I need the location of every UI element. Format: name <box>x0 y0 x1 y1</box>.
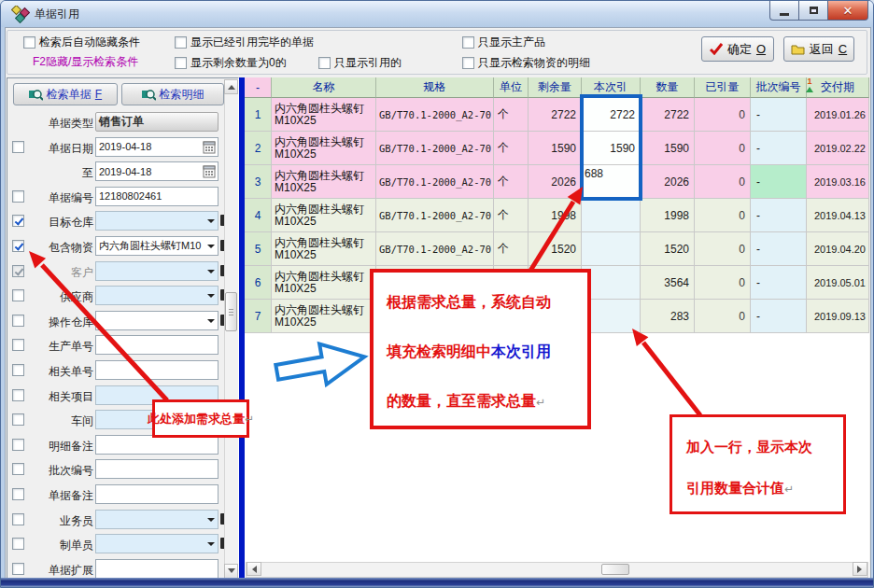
left-panel-scrollbar[interactable] <box>224 79 238 579</box>
cell-used[interactable]: 0 <box>695 266 751 300</box>
field-input[interactable]: 12180802461 <box>95 187 218 206</box>
titlebar[interactable]: 单据引用 ✕ <box>1 1 874 27</box>
cell-qty[interactable]: 2722 <box>641 98 695 132</box>
checkbox-show-referenced-only[interactable]: 只显示引用的 <box>318 56 402 70</box>
cell-spec[interactable]: GB/T70.1-2000_A2-70 <box>376 199 494 232</box>
cell-delivery[interactable]: 2019.04.13 <box>807 199 869 232</box>
minimize-button[interactable] <box>769 1 799 21</box>
field-combo[interactable]: 内六角圆柱头螺钉M10 <box>95 236 218 256</box>
cell-batch[interactable]: - <box>751 199 807 232</box>
scrollbar-thumb[interactable] <box>601 564 629 575</box>
cell-num[interactable]: 7 <box>245 300 272 333</box>
cell-remaining[interactable]: 1520 <box>529 232 582 266</box>
cell-used[interactable]: 0 <box>695 199 751 232</box>
cell-delivery[interactable]: 2019.01.26 <box>807 98 869 132</box>
cell-name[interactable]: 内六角圆柱头螺钉M10X25 <box>272 300 376 333</box>
cell-used[interactable]: 0 <box>695 132 751 165</box>
checkbox-show-fully-referenced[interactable]: 显示已经引用完毕的单据 <box>175 35 314 49</box>
dropdown-arrow-icon[interactable] <box>207 219 215 223</box>
field-combo[interactable] <box>95 534 218 553</box>
column-header-qty[interactable]: 数量 <box>641 77 695 98</box>
cell-qty[interactable]: 283 <box>641 300 695 333</box>
cell-name[interactable]: 内六角圆柱头螺钉M10X25 <box>272 98 376 132</box>
cell-unit[interactable]: 个 <box>494 165 529 199</box>
dropdown-arrow-icon[interactable] <box>207 518 215 522</box>
field-combo[interactable] <box>95 311 218 330</box>
cell-unit[interactable]: 个 <box>494 232 529 266</box>
cell-remaining[interactable]: 1590 <box>529 132 582 165</box>
close-button[interactable]: ✕ <box>827 1 868 21</box>
column-header-unit[interactable]: 单位 <box>494 77 529 98</box>
scroll-up-button[interactable] <box>224 79 238 94</box>
cell-num[interactable]: 4 <box>245 199 272 232</box>
dropdown-arrow-icon[interactable] <box>207 270 215 273</box>
cell-qty[interactable]: 1590 <box>641 132 695 165</box>
dropdown-arrow-icon[interactable] <box>207 294 215 298</box>
confirm-button[interactable]: 确定 O <box>701 36 774 62</box>
search-documents-button[interactable]: 检索单据 F <box>13 83 118 105</box>
cell-current[interactable] <box>582 232 641 266</box>
cell-name[interactable]: 内六角圆柱头螺钉M10X25 <box>272 165 376 199</box>
column-header-name[interactable]: 名称 <box>272 77 376 98</box>
cell-used[interactable]: 0 <box>695 232 751 266</box>
cell-num[interactable]: 3 <box>245 165 272 199</box>
column-header-spec[interactable]: 规格 <box>376 77 494 98</box>
maximize-button[interactable] <box>799 1 827 21</box>
cell-delivery[interactable]: 2019.09.13 <box>807 300 869 333</box>
cell-current[interactable] <box>582 199 641 232</box>
cell-used[interactable]: 0 <box>695 165 751 199</box>
column-header-used[interactable]: 已引量 <box>695 77 751 98</box>
cell-unit[interactable]: 个 <box>494 98 529 132</box>
checkbox-show-zero-remaining[interactable]: 显示剩余数量为0的 <box>175 56 287 70</box>
scrollbar-thumb[interactable] <box>225 292 237 331</box>
field-date-input[interactable]: 2019-04-18 <box>95 161 218 181</box>
cell-batch[interactable]: - <box>751 98 807 132</box>
cell-remaining[interactable]: 2026 <box>529 165 582 199</box>
cell-batch[interactable]: - <box>751 165 807 199</box>
cell-spec[interactable]: GB/T70.1-2000_A2-70 <box>376 132 494 165</box>
cell-remaining[interactable]: 1998 <box>529 199 582 232</box>
cell-name[interactable]: 内六角圆柱头螺钉M10X25 <box>272 199 376 232</box>
field-input[interactable] <box>95 559 218 579</box>
cell-qty[interactable]: 1520 <box>641 232 695 266</box>
checkbox-show-main-product-only[interactable]: 只显示主产品 <box>462 35 545 49</box>
cell-unit[interactable]: 个 <box>494 199 529 232</box>
cell-num[interactable]: 2 <box>245 132 272 165</box>
search-details-button[interactable]: 检索明细 <box>121 83 224 105</box>
cell-delivery[interactable]: 2019.03.16 <box>807 165 869 199</box>
calendar-button[interactable] <box>203 141 216 156</box>
cell-remaining[interactable]: 2722 <box>529 98 582 132</box>
grid-horizontal-scrollbar[interactable] <box>246 562 868 578</box>
cell-name[interactable]: 内六角圆柱头螺钉M10X25 <box>272 132 376 165</box>
cell-qty[interactable]: 2026 <box>641 165 695 199</box>
checkbox-auto-hide-conditions[interactable]: 检索后自动隐藏条件 <box>23 35 140 49</box>
field-combo[interactable] <box>95 286 218 305</box>
column-header-delivery[interactable]: 交付期 <box>807 77 869 98</box>
field-input[interactable] <box>95 484 218 504</box>
field-combo[interactable]: 销售订单 <box>95 112 218 132</box>
cell-unit[interactable]: 个 <box>494 132 529 165</box>
cell-num[interactable]: 1 <box>245 98 272 132</box>
cell-batch[interactable]: - <box>751 300 807 333</box>
cell-batch[interactable]: - <box>751 266 807 300</box>
cell-name[interactable]: 内六角圆柱头螺钉M10X25 <box>272 232 376 266</box>
cell-qty[interactable]: 1998 <box>641 199 695 232</box>
cell-batch[interactable]: - <box>751 132 807 165</box>
cell-delivery[interactable]: 2019.05.01 <box>807 266 869 300</box>
field-combo[interactable] <box>95 261 218 281</box>
dropdown-arrow-icon[interactable] <box>207 319 215 323</box>
field-combo[interactable] <box>95 510 218 529</box>
cell-num[interactable]: 6 <box>245 266 272 300</box>
scroll-right-button[interactable] <box>853 562 867 576</box>
checkbox-show-searched-material-detail[interactable]: 只显示检索物资的明细 <box>462 56 590 70</box>
field-input[interactable] <box>95 360 218 380</box>
cell-used[interactable]: 0 <box>695 300 751 333</box>
scroll-left-button[interactable] <box>247 562 261 576</box>
field-input[interactable] <box>95 335 218 355</box>
field-combo[interactable] <box>95 211 218 231</box>
cell-num[interactable]: 5 <box>245 232 272 266</box>
calendar-button[interactable] <box>203 165 216 180</box>
cell-spec[interactable]: GB/T70.1-2000_A2-70 <box>376 165 494 199</box>
cell-name[interactable]: 内六角圆柱头螺钉M10X25 <box>272 266 376 300</box>
field-date-input[interactable]: 2019-04-18 <box>95 137 218 157</box>
